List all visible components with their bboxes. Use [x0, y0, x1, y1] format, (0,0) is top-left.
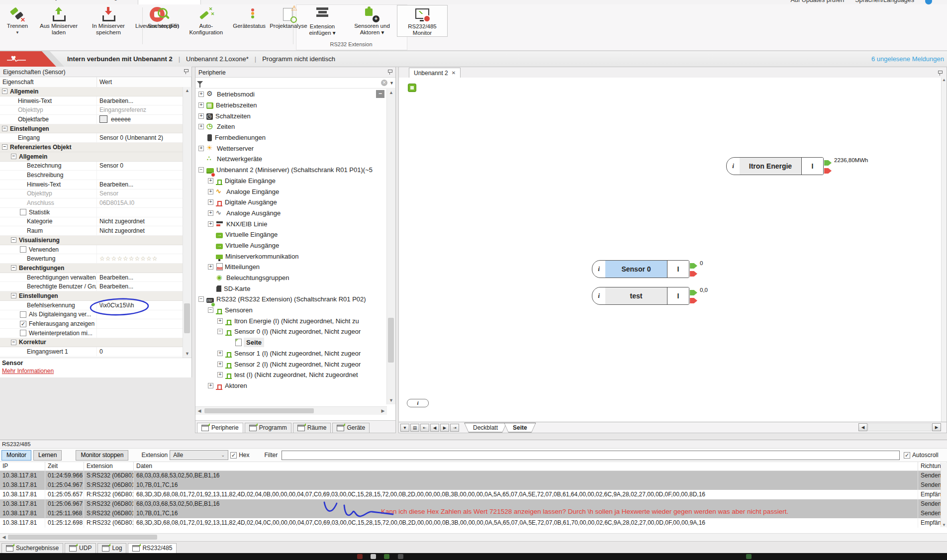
collapse-icon[interactable]: − [11, 340, 16, 345]
page-tab-seite[interactable]: Seite [504, 423, 536, 433]
unread-messages-link[interactable]: 6 ungelesene Meldungen [871, 55, 944, 63]
output-connector-red[interactable] [690, 271, 697, 277]
scroll-up-icon[interactable]: ▲ [387, 89, 395, 96]
expander-minus-icon[interactable]: − [198, 167, 204, 173]
nav-last-page-icon[interactable]: ⇥ [450, 424, 459, 432]
ribbon-button-suchen-f5-[interactable]: Suchen (F5) [146, 5, 181, 29]
property-value-cell[interactable]: 0 [97, 348, 183, 355]
monitor-row[interactable]: 10.38.117.8101:25:05.657R:RS232 (06D801.… [0, 490, 947, 499]
tree-item-miniserverkommunikation[interactable]: Miniserverkommunikation [195, 251, 387, 262]
property-value-cell[interactable]: 06D8015A.I0 [97, 199, 183, 206]
taskbar-icon[interactable] [746, 554, 752, 559]
monitor-button[interactable]: Monitor [1, 450, 31, 461]
tree-item-betriebszeiten[interactable]: +Betriebszeiten [195, 100, 387, 111]
menu-tab-rs232-extension[interactable]: RS232 Extension [138, 0, 201, 4]
expander-plus-icon[interactable]: + [208, 189, 213, 194]
pin-icon[interactable] [387, 69, 392, 75]
scroll-up-icon[interactable]: ▲ [183, 87, 191, 94]
tab-unbenannt-2[interactable]: Unbenannt 2 ✕ [409, 68, 461, 78]
tree-item-digitale-eingänge[interactable]: +Digitale Eingänge [195, 176, 387, 187]
ribbon-button-aus-miniserver-laden[interactable]: Aus Miniserver laden [34, 5, 84, 36]
nav-next-page-icon[interactable]: ▶ [440, 424, 449, 432]
output-connector-red[interactable] [824, 168, 832, 174]
scroll-thumb[interactable] [388, 318, 394, 363]
close-icon[interactable]: ✕ [452, 70, 456, 76]
property-value-cell[interactable]: Nicht zugeordnet [97, 227, 183, 234]
expander-plus-icon[interactable]: + [208, 264, 213, 270]
tab-räume[interactable]: Räume [293, 423, 331, 433]
hex-checkbox[interactable]: ✓ Hex [230, 452, 249, 459]
property-row-bewertung[interactable]: Bewertung☆☆☆☆☆☆☆☆☆☆ [0, 254, 183, 264]
tree-item-virtuelle-ausgänge[interactable]: Virtuelle Ausgänge [195, 240, 387, 251]
collapse-all-button[interactable]: − [376, 90, 384, 98]
property-value-cell[interactable]: Bearbeiten... [97, 97, 183, 104]
properties-scrollbar[interactable]: ▲ ▼ [183, 87, 191, 358]
output-connector-red[interactable] [690, 298, 697, 303]
property-row-kategorie[interactable]: KategorieNicht zugeordnet [0, 217, 183, 227]
menu-tab-diagnose[interactable]: Diagnose [97, 0, 138, 4]
scroll-right-icon[interactable]: ▶ [932, 423, 941, 431]
scroll-left-icon[interactable]: ◀ [195, 407, 203, 414]
property-row-hinweis-text[interactable]: Hinweis-TextBearbeiten... [0, 96, 183, 106]
color-swatch[interactable] [99, 115, 107, 123]
bottom-tab-udp[interactable]: UDP [65, 543, 96, 553]
function-block-test[interactable]: itestI0,0 [592, 287, 689, 305]
property-row-berechtigte-benutzer-gru-[interactable]: Berechtigte Benutzer / Gru...Bearbeiten.… [0, 282, 183, 291]
checkbox-icon[interactable] [20, 330, 26, 336]
property-row-als-digitaleingang-ver-[interactable]: Als Digitaleingang ver... [0, 310, 183, 320]
nav-dropdown-icon[interactable]: ▼ [400, 424, 409, 432]
scroll-down-icon[interactable]: ▼ [941, 523, 947, 527]
function-block-sensor-0[interactable]: iSensor 0I0 [592, 260, 689, 278]
tree-filter-input[interactable] [205, 79, 379, 88]
tab-programm[interactable]: Programm [245, 423, 291, 433]
ribbon-button-extension-einfügen[interactable]: Extension einfügen ▾ [297, 5, 347, 36]
checkbox-icon[interactable]: ✓ [904, 452, 910, 459]
scroll-thumb[interactable] [184, 303, 190, 333]
bottom-tab-log[interactable]: Log [97, 543, 126, 553]
tree-item-knx-eib-linie[interactable]: +KNX/EIB Linie [195, 218, 387, 229]
ribbon-button-in-miniserver-speichern[interactable]: In Miniserver speichern [84, 5, 133, 36]
scroll-track[interactable] [868, 423, 932, 431]
property-value-cell[interactable]: Bearbeiten... [97, 181, 183, 188]
property-row-fehlerausgang-anzeigen[interactable]: ✓Fehlerausgang anzeigen [0, 319, 183, 329]
tree-item-analoge-ausgänge[interactable]: +Analoge Ausgänge [195, 208, 387, 219]
nav-prev-page-icon[interactable]: ◀ [430, 424, 439, 432]
tree-item-netzwerkgeräte[interactable]: Netzwerkgeräte [195, 154, 387, 165]
property-row-werteinterpretation-mi-[interactable]: Werteinterpretation mi... [0, 329, 183, 338]
chevron-down-icon[interactable]: ▼ [389, 81, 394, 86]
property-value-cell[interactable]: Sensor 0 (Unbenannt 2) [97, 134, 183, 141]
scroll-down-icon[interactable]: ▼ [387, 397, 395, 404]
tree-item-betriebsmodi[interactable]: +Betriebsmodi [195, 89, 387, 100]
property-row-hinweis-text[interactable]: Hinweis-TextBearbeiten... [0, 180, 183, 189]
info-box[interactable]: i [407, 399, 429, 407]
output-connector-green[interactable] [824, 160, 832, 166]
page-icon[interactable] [408, 84, 416, 92]
more-information-link[interactable]: Mehr Informationen [2, 368, 189, 374]
tree-item-sensor-0-i-nicht-zuge[interactable]: −Sensor 0 (I) (Nicht zugeordnet, Nicht z… [195, 326, 387, 337]
nav-page-icon[interactable]: ▤ [410, 424, 419, 432]
property-value-cell[interactable]: \i\x0C\x15\i\h [97, 302, 183, 309]
expander-minus-icon[interactable]: − [198, 296, 204, 302]
tree-item-sd-karte[interactable]: SD-Karte [195, 283, 387, 294]
checkbox-icon[interactable] [20, 246, 26, 253]
canvas-drawing-area[interactable]: iItron EnergieI2236,80MWhiSensor 0I0ites… [399, 78, 942, 422]
property-value-cell[interactable]: Sensor 0 [97, 162, 183, 169]
canvas-horizontal-scrollbar[interactable]: ◀ ▶ [858, 422, 942, 433]
scroll-thumb[interactable] [8, 535, 157, 540]
function-block-itron-energie[interactable]: iItron EnergieI2236,80MWh [726, 157, 824, 175]
expander-plus-icon[interactable]: + [217, 351, 223, 356]
property-row-befehlserkennung[interactable]: Befehlserkennung\i\x0C\x15\i\h [0, 301, 183, 310]
property-value-cell[interactable]: Nicht zugeordnet [97, 218, 183, 225]
ribbon-button-trennen[interactable]: ✕Trennen▼ [1, 5, 34, 36]
expander-minus-icon[interactable]: − [208, 307, 213, 313]
monitor-column-header-extension[interactable]: Extension [84, 462, 134, 470]
tree-item-schaltzeiten[interactable]: +Schaltzeiten [195, 110, 387, 121]
expander-plus-icon[interactable]: + [208, 199, 213, 205]
monitor-filter-input[interactable] [282, 451, 900, 460]
tree-item-beleuchtungsgruppen[interactable]: Beleuchtungsgruppen [195, 273, 387, 283]
scroll-left-icon[interactable]: ◀ [0, 534, 8, 541]
pin-icon[interactable] [184, 69, 189, 74]
taskbar-icon[interactable] [398, 554, 403, 559]
monitor-column-header-daten[interactable]: Daten [134, 462, 918, 470]
checkbox-icon[interactable] [20, 209, 26, 215]
